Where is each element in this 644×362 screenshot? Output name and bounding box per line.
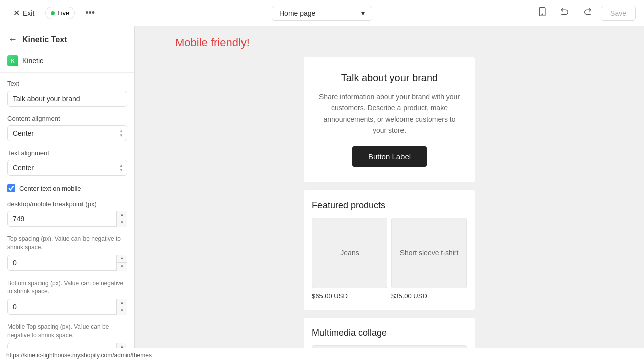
exit-label: Exit: [23, 9, 34, 17]
status-url: https://kinetic-lighthouse.myshopify.com…: [6, 352, 152, 359]
list-item: Jeans $65.00 USD: [312, 218, 387, 300]
top-spacing-arrows: ▲ ▼: [116, 255, 127, 271]
page-selector[interactable]: Home page ▾: [272, 6, 372, 21]
text-alignment-select[interactable]: Left Center Right: [7, 160, 127, 176]
chevron-down-icon: ▾: [361, 9, 365, 17]
card-description: Share information about your brand with …: [316, 91, 463, 136]
product-name-tshirt: Short sleeve t-shirt: [400, 249, 459, 257]
center-text-mobile-label[interactable]: Center text on mobile: [19, 185, 82, 192]
exit-icon: ✕: [13, 8, 20, 18]
mobile-top-spacing-label: Mobile Top spacing (px). Value can be ne…: [7, 323, 127, 340]
bottom-spacing-arrows: ▲ ▼: [116, 299, 127, 315]
bottom-spacing-input[interactable]: [7, 299, 127, 315]
sidebar-title: Kinetic Text: [22, 35, 67, 44]
exit-button[interactable]: ✕ Exit: [8, 5, 39, 21]
multimedia-collage-heading: Multimedia collage: [312, 328, 467, 338]
breakpoint-up-arrow[interactable]: ▲: [117, 211, 127, 219]
page-selector-value: Home page: [279, 9, 315, 17]
bottom-spacing-input-wrapper: ▲ ▼: [7, 299, 127, 315]
product-price-jeans: $65.00 USD: [312, 292, 387, 300]
breakpoint-down-arrow[interactable]: ▼: [117, 219, 127, 227]
sidebar-header: ← Kinetic Text: [0, 26, 134, 51]
text-field-group: Text: [7, 80, 127, 107]
kinetic-label-row: K Kinetic: [0, 51, 134, 73]
content-alignment-select-wrapper: Left Center Right ▲ ▼: [7, 125, 127, 141]
redo-button[interactable]: [579, 5, 596, 21]
product-name-jeans: Jeans: [340, 249, 359, 257]
content-alignment-label: Content alignment: [7, 115, 127, 122]
topbar: ✕ Exit Live ••• Home page ▾: [0, 0, 644, 26]
top-spacing-down-arrow[interactable]: ▼: [117, 263, 127, 271]
content-alignment-group: Content alignment Left Center Right ▲ ▼: [7, 115, 127, 141]
text-alignment-group: Text alignment Left Center Right ▲ ▼: [7, 149, 127, 176]
featured-products-heading: Featured products: [312, 200, 467, 211]
product-image-tshirt: Short sleeve t-shirt: [391, 218, 467, 288]
kinetic-icon: K: [7, 55, 18, 66]
brand-content-card: Talk about your brand Share information …: [304, 57, 475, 182]
mobile-top-spacing-group: Mobile Top spacing (px). Value can be ne…: [7, 323, 127, 348]
card-title: Talk about your brand: [316, 72, 463, 84]
svg-point-1: [542, 14, 543, 15]
text-input[interactable]: [7, 90, 127, 107]
top-spacing-input[interactable]: [7, 255, 127, 271]
kinetic-name: Kinetic: [22, 57, 43, 65]
sidebar: ← Kinetic Text K Kinetic Text Content al…: [0, 26, 135, 348]
save-button[interactable]: Save: [601, 6, 636, 21]
live-label: Live: [57, 9, 69, 17]
product-price-tshirt: $35.00 USD: [391, 292, 467, 300]
top-spacing-input-wrapper: ▲ ▼: [7, 255, 127, 271]
bottom-spacing-label: Bottom spacing (px). Value can be negati…: [7, 279, 127, 296]
back-button[interactable]: ←: [7, 33, 18, 46]
more-button[interactable]: •••: [81, 6, 99, 20]
products-grid: Jeans $65.00 USD Short sleeve t-shirt $3…: [312, 218, 467, 300]
mobile-top-spacing-input-wrapper: ▲ ▼: [7, 343, 127, 348]
multimedia-collage-block: Multimedia collage: [304, 318, 475, 348]
breakpoint-group: desktop/mobile breakpoint (px) ▲ ▼: [7, 200, 127, 227]
live-badge-button[interactable]: Live: [45, 7, 75, 19]
bottom-spacing-down-arrow[interactable]: ▼: [117, 307, 127, 315]
top-spacing-label: Top spacing (px). Value can be negative …: [7, 235, 127, 252]
mobile-top-spacing-arrows: ▲ ▼: [116, 343, 127, 348]
breakpoint-input-wrapper: ▲ ▼: [7, 211, 127, 227]
content-alignment-select[interactable]: Left Center Right: [7, 125, 127, 141]
undo-button[interactable]: [556, 5, 574, 21]
center-text-mobile-checkbox[interactable]: [7, 184, 15, 192]
center-text-mobile-row: Center text on mobile: [7, 184, 127, 192]
live-dot-icon: [51, 11, 55, 15]
product-image-jeans: Jeans: [312, 218, 387, 288]
breakpoint-label: desktop/mobile breakpoint (px): [7, 200, 127, 208]
breakpoint-input[interactable]: [7, 211, 127, 227]
sidebar-content: Text Content alignment Left Center Right…: [0, 73, 134, 348]
topbar-left: ✕ Exit Live •••: [8, 5, 99, 21]
text-alignment-select-wrapper: Left Center Right ▲ ▼: [7, 160, 127, 176]
top-spacing-group: Top spacing (px). Value can be negative …: [7, 235, 127, 271]
preview-area: Mobile friendly! Talk about your brand S…: [135, 26, 644, 348]
breakpoint-arrows: ▲ ▼: [116, 211, 127, 227]
text-field-label: Text: [7, 80, 127, 87]
bottom-spacing-group: Bottom spacing (px). Value can be negati…: [7, 279, 127, 315]
topbar-right: Save: [533, 5, 636, 21]
bottom-spacing-up-arrow[interactable]: ▲: [117, 299, 127, 307]
mobile-top-spacing-input[interactable]: [7, 343, 127, 348]
mobile-friendly-banner: Mobile friendly!: [175, 36, 250, 49]
text-alignment-label: Text alignment: [7, 149, 127, 157]
topbar-center: Home page ▾: [272, 6, 372, 21]
status-bar: https://kinetic-lighthouse.myshopify.com…: [0, 348, 644, 362]
device-toggle-button[interactable]: [533, 5, 551, 21]
main-area: ← Kinetic Text K Kinetic Text Content al…: [0, 26, 644, 348]
card-button[interactable]: Button Label: [352, 146, 427, 167]
top-spacing-up-arrow[interactable]: ▲: [117, 255, 127, 263]
featured-products-block: Featured products Jeans $65.00 USD Short…: [304, 190, 475, 310]
list-item: Short sleeve t-shirt $35.00 USD: [391, 218, 467, 300]
mobile-top-spacing-up-arrow[interactable]: ▲: [117, 343, 127, 348]
